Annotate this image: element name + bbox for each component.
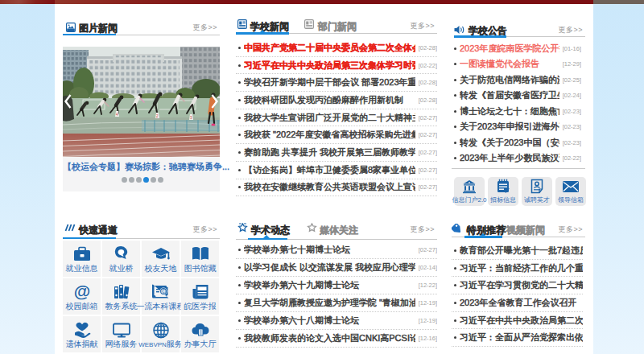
svg-text:@: @ [73, 283, 89, 300]
svg-text:©: © [161, 289, 166, 294]
